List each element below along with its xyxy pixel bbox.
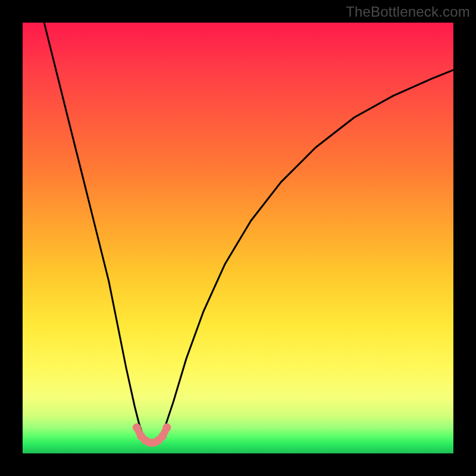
watermark-text: TheBottleneck.com — [346, 4, 470, 20]
optimal-zone-dot — [133, 424, 141, 432]
chart-svg — [23, 23, 453, 453]
bottleneck-curve-path — [44, 23, 453, 445]
optimal-zone-dots — [133, 424, 171, 447]
bottleneck-curve — [44, 23, 453, 445]
chart-frame: TheBottleneck.com — [0, 0, 476, 476]
optimal-zone-dot — [163, 424, 171, 432]
plot-area — [23, 23, 453, 453]
optimal-zone-dot — [158, 432, 167, 440]
